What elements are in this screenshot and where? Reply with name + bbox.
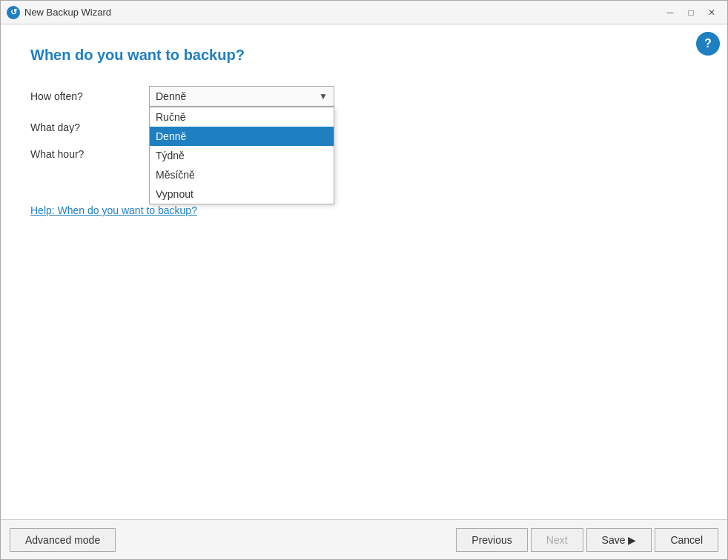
footer: Advanced mode Previous Next Save ▶ Cance… [1,519,727,559]
what-day-row: What day? [30,121,698,133]
close-button[interactable]: ✕ [702,5,721,20]
how-often-dropdown[interactable]: Denně ▼ Ručně Denně Týdně Měsíčně Vypnou… [149,86,334,107]
save-button[interactable]: Save ▶ [586,528,652,552]
advanced-mode-button[interactable]: Advanced mode [10,528,116,552]
previous-button[interactable]: Previous [456,528,527,552]
dropdown-option-vypnout[interactable]: Vypnout [150,184,334,204]
maximize-button[interactable]: □ [681,5,701,20]
dropdown-option-mesicne[interactable]: Měsíčně [150,165,334,184]
what-hour-row: What hour? [30,148,698,160]
window-title: New Backup Wizard [24,7,661,18]
dropdown-option-rucne[interactable]: Ručně [150,107,334,127]
how-often-row: How often? Denně ▼ Ručně Denně Týdně Měs… [30,86,698,107]
dropdown-trigger[interactable]: Denně ▼ [149,86,334,107]
next-button[interactable]: Next [531,528,583,552]
content-area: ? When do you want to backup? How often?… [1,24,727,519]
footer-left: Advanced mode [10,528,456,552]
help-link[interactable]: Help: When do you want to backup? [30,204,197,216]
what-hour-label: What hour? [30,148,149,160]
title-bar: ↺ New Backup Wizard ─ □ ✕ [1,1,727,24]
help-circle-button[interactable]: ? [696,32,720,56]
window-controls: ─ □ ✕ [661,5,721,20]
what-day-label: What day? [30,121,149,133]
app-icon: ↺ [7,6,20,19]
how-often-label: How often? [30,90,149,102]
dropdown-option-tydne[interactable]: Týdně [150,146,334,165]
page-title: When do you want to backup? [30,47,698,64]
dropdown-option-denne[interactable]: Denně [150,127,334,146]
cancel-button[interactable]: Cancel [655,528,718,552]
dropdown-selected-value: Denně [156,90,186,102]
minimize-button[interactable]: ─ [661,5,680,20]
dropdown-list: Ručně Denně Týdně Měsíčně Vypnout [149,107,334,204]
dropdown-arrow-icon: ▼ [319,91,328,101]
footer-right: Previous Next Save ▶ Cancel [456,528,718,552]
main-window: ↺ New Backup Wizard ─ □ ✕ ? When do you … [0,0,728,560]
